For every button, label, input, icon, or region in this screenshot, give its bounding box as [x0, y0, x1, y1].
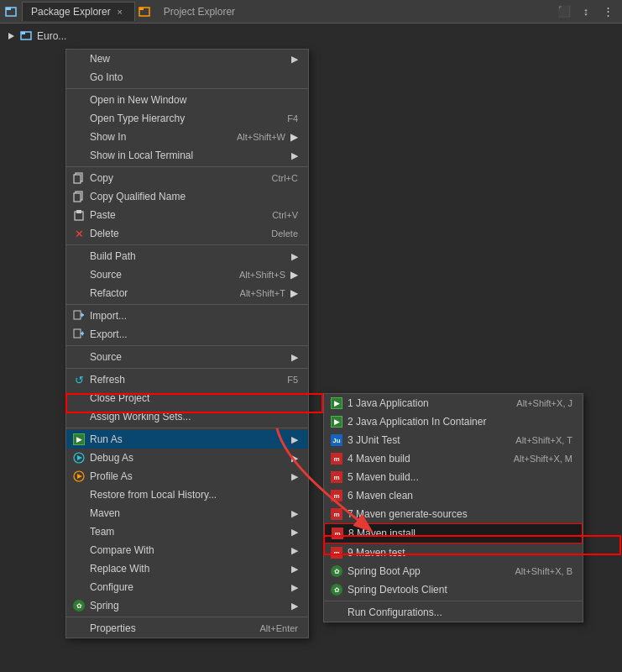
menu-item-refresh-shortcut: F5 — [270, 375, 298, 385]
menu-item-java-application[interactable]: ▶ 1 Java Application Alt+Shift+X, J — [324, 394, 583, 412]
tree-area: Euro... — [0, 24, 622, 49]
menu-item-import[interactable]: Import... — [66, 307, 308, 325]
run-as-icon: ▶ — [71, 433, 86, 445]
menu-item-source2[interactable]: Source ▶ — [66, 348, 308, 366]
menu-item-compare-with-arrow: ▶ — [274, 545, 298, 556]
spring-boot-icon: ✿ — [329, 565, 344, 577]
svg-marker-15 — [81, 312, 84, 318]
maven-test-icon: m — [329, 547, 344, 559]
menu-item-replace-with-label: Replace With — [90, 563, 149, 575]
menu-item-refactor-shortcut: Alt+Shift+T — [223, 288, 285, 298]
menu-item-source[interactable]: Source Alt+Shift+S ▶ — [66, 265, 308, 284]
menu-item-replace-with-arrow: ▶ — [274, 564, 298, 575]
menu-item-open-type-hierarchy-label: Open Type Hierarchy — [90, 113, 185, 124]
refresh-icon: ↺ — [71, 374, 86, 386]
separator-4 — [66, 304, 308, 305]
run-icon-box: ▶ — [73, 433, 85, 445]
menu-item-show-local-terminal[interactable]: Show in Local Terminal ▶ — [66, 146, 308, 165]
menu-item-paste-shortcut: Ctrl+V — [255, 210, 298, 220]
menu-item-build-path[interactable]: Build Path ▶ — [66, 247, 308, 265]
menu-item-maven-clean-label: 6 Maven clean — [348, 490, 413, 501]
svg-marker-22 — [77, 474, 82, 479]
toolbar-sync-btn[interactable]: ⬛ — [555, 3, 573, 21]
tree-expand-icon[interactable] — [5, 30, 17, 42]
menu-item-spring-devtools[interactable]: ✿ Spring Devtools Client — [324, 580, 583, 599]
menu-item-copy-qualified[interactable]: Copy Qualified Name — [66, 187, 308, 206]
menu-item-replace-with[interactable]: Replace With ▶ — [66, 559, 308, 578]
menu-item-spring[interactable]: ✿ Spring ▶ — [66, 596, 308, 615]
menu-item-export[interactable]: Export... — [66, 325, 308, 344]
menu-item-refactor[interactable]: Refactor Alt+Shift+T ▶ — [66, 284, 308, 302]
menu-item-maven[interactable]: Maven ▶ — [66, 504, 308, 522]
menu-item-assign-working-sets[interactable]: Assign Working Sets... — [66, 407, 308, 426]
menu-item-java-container[interactable]: ▶ 2 Java Application In Container — [324, 412, 583, 431]
menu-item-run-configurations[interactable]: Run Configurations... — [324, 603, 583, 622]
menu-item-properties-shortcut: Alt+Enter — [243, 623, 298, 633]
import-icon — [71, 310, 86, 322]
menu-item-open-type-hierarchy[interactable]: Open Type Hierarchy F4 — [66, 109, 308, 128]
menu-item-refresh[interactable]: ↺ Refresh F5 — [66, 370, 308, 389]
toolbar-collapse-btn[interactable]: ↕ — [577, 3, 595, 21]
menu-item-show-in-shortcut: Alt+Shift+W — [220, 132, 285, 142]
menu-item-properties[interactable]: Properties Alt+Enter — [66, 619, 308, 638]
menu-item-close-project[interactable]: Close Project — [66, 389, 308, 407]
menu-item-copy[interactable]: Copy Ctrl+C — [66, 169, 308, 187]
separator-7 — [66, 428, 308, 428]
menu-item-maven-arrow: ▶ — [274, 508, 298, 519]
title-bar: Package Explorer × Project Explorer ⬛ ↕ … — [0, 0, 622, 24]
menu-item-open-new-window[interactable]: Open in New Window — [66, 91, 308, 109]
menu-item-copy-qualified-label: Copy Qualified Name — [90, 191, 186, 202]
menu-item-maven-build[interactable]: m 4 Maven build Alt+Shift+X, M — [324, 449, 583, 468]
maven-clean-icon: m — [329, 490, 344, 501]
menu-item-java-container-label: 2 Java Application In Container — [348, 416, 486, 428]
maven-clean-icon-box: m — [331, 490, 342, 501]
menu-item-show-in[interactable]: Show In Alt+Shift+W ▶ — [66, 128, 308, 146]
menu-item-restore-local-history[interactable]: Restore from Local History... — [66, 486, 308, 504]
menu-item-new[interactable]: New ▶ — [66, 50, 308, 68]
menu-item-run-as[interactable]: ▶ Run As ▶ — [66, 430, 308, 449]
menu-item-new-arrow: ▶ — [274, 54, 298, 65]
separator-1 — [66, 88, 308, 89]
maven-generate-icon: m — [329, 508, 344, 520]
menu-item-maven-build-dots-label: 5 Maven build... — [348, 471, 419, 483]
menu-item-go-into[interactable]: Go Into — [66, 68, 308, 87]
menu-item-team[interactable]: Team ▶ — [66, 522, 308, 541]
menu-item-go-into-label: Go Into — [90, 71, 123, 83]
menu-item-maven-test[interactable]: m 9 Maven test — [324, 543, 583, 562]
menu-item-spring-boot[interactable]: ✿ Spring Boot App Alt+Shift+X, B — [324, 562, 583, 580]
menu-item-debug-as[interactable]: Debug As ▶ — [66, 449, 308, 467]
separator-2 — [66, 166, 308, 167]
menu-item-debug-as-arrow: ▶ — [274, 453, 298, 464]
svg-rect-16 — [74, 329, 81, 338]
tab-package-explorer[interactable]: Package Explorer × — [22, 2, 135, 21]
menu-item-show-local-terminal-arrow: ▶ — [274, 150, 298, 161]
toolbar-menu-btn[interactable]: ⋮ — [598, 3, 617, 21]
menu-item-profile-as[interactable]: Profile As ▶ — [66, 467, 308, 486]
tab-package-explorer-close[interactable]: × — [114, 6, 126, 18]
menu-item-export-label: Export... — [90, 328, 128, 340]
menu-item-show-local-terminal-label: Show in Local Terminal — [90, 150, 193, 161]
menu-item-maven-clean[interactable]: m 6 Maven clean — [324, 486, 583, 505]
menu-item-paste[interactable]: Paste Ctrl+V — [66, 206, 308, 224]
menu-item-refactor-arrow: ▶ — [290, 287, 298, 299]
menu-item-maven-label: Maven — [90, 507, 120, 519]
menu-item-java-application-label: 1 Java Application — [348, 397, 429, 409]
menu-item-maven-generate[interactable]: m 7 Maven generate-sources — [324, 505, 583, 523]
menu-item-junit-label: 3 JUnit Test — [348, 434, 400, 446]
menu-item-build-path-label: Build Path — [90, 250, 136, 262]
menu-item-junit[interactable]: Ju 3 JUnit Test Alt+Shift+X, T — [324, 431, 583, 449]
menu-item-compare-with[interactable]: Compare With ▶ — [66, 541, 308, 559]
maven-build-dots-icon: m — [329, 471, 344, 483]
separator-6 — [66, 368, 308, 369]
menu-item-team-arrow: ▶ — [274, 527, 298, 538]
menu-item-delete[interactable]: ✕ Delete Delete — [66, 224, 308, 243]
menu-item-spring-devtools-label: Spring Devtools Client — [348, 584, 447, 596]
package-explorer-icon2 — [20, 29, 34, 45]
tab-project-explorer[interactable]: Project Explorer — [155, 3, 243, 21]
menu-item-maven-install[interactable]: m 8 Maven install — [324, 523, 583, 543]
menu-item-configure[interactable]: Configure ▶ — [66, 578, 308, 596]
menu-item-maven-build-dots[interactable]: m 5 Maven build... — [324, 468, 583, 486]
maven-build-icon: m — [329, 453, 344, 465]
svg-rect-12 — [76, 210, 81, 213]
export-icon — [71, 328, 86, 340]
